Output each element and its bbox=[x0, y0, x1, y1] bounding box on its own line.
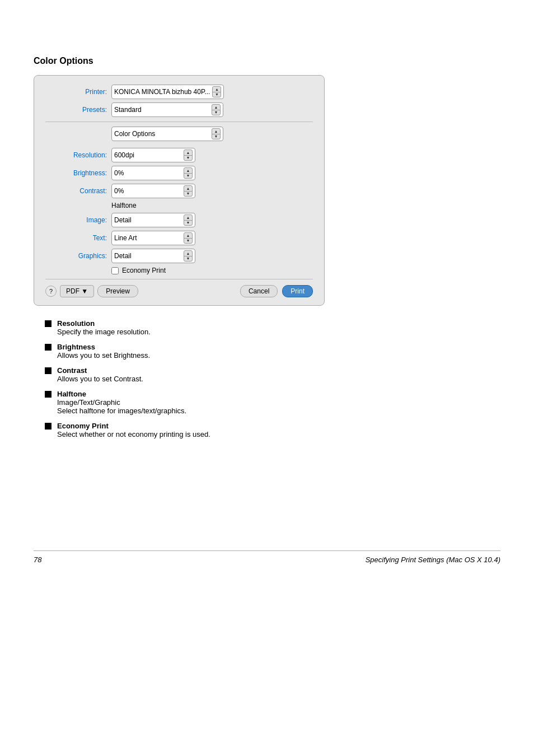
bullet-square-brightness bbox=[45, 344, 51, 351]
text-value: Line Art bbox=[114, 234, 181, 242]
bullet-square-resolution bbox=[45, 320, 51, 327]
resolution-value: 600dpi bbox=[114, 151, 181, 159]
bullet-title-halftone: Halftone bbox=[57, 390, 186, 398]
image-value: Detail bbox=[114, 216, 181, 224]
footer-page-num: 78 bbox=[34, 556, 41, 564]
bullet-square-contrast bbox=[45, 367, 51, 374]
printer-row: Printer: KONICA MINOLTA bizhub 40P... ▲ … bbox=[45, 85, 313, 99]
resolution-stepper-up[interactable]: ▲ bbox=[184, 150, 192, 156]
graphics-row: Graphics: Detail ▲ ▼ bbox=[57, 249, 313, 263]
panel-stepper-up[interactable]: ▲ bbox=[212, 129, 220, 134]
text-select[interactable]: Line Art ▲ ▼ bbox=[111, 231, 195, 245]
graphics-select[interactable]: Detail ▲ ▼ bbox=[111, 249, 195, 263]
brightness-row: Brightness: 0% ▲ ▼ bbox=[45, 166, 313, 180]
panel-value: Color Options bbox=[114, 130, 209, 138]
panel-stepper[interactable]: ▲ ▼ bbox=[212, 128, 221, 139]
contrast-value: 0% bbox=[114, 187, 181, 195]
bullet-square-economy bbox=[45, 423, 51, 430]
graphics-label: Graphics: bbox=[57, 252, 107, 260]
contrast-label: Contrast: bbox=[45, 187, 107, 195]
bullet-item-economy: Economy Print Select whether or not econ… bbox=[45, 422, 500, 438]
resolution-row: Resolution: 600dpi ▲ ▼ bbox=[45, 148, 313, 162]
economy-label: Economy Print bbox=[122, 267, 166, 274]
image-stepper[interactable]: ▲ ▼ bbox=[184, 214, 193, 226]
bullet-content-halftone: Halftone Image/Text/GraphicSelect halfto… bbox=[57, 390, 186, 415]
economy-checkbox[interactable] bbox=[111, 267, 119, 274]
contrast-stepper-up[interactable]: ▲ bbox=[184, 186, 192, 192]
contrast-stepper[interactable]: ▲ ▼ bbox=[184, 185, 193, 197]
image-label: Image: bbox=[57, 216, 107, 224]
bullet-desc-halftone: Image/Text/GraphicSelect halftone for im… bbox=[57, 398, 186, 415]
bullet-desc-resolution: Specify the image resolution. bbox=[57, 328, 151, 336]
economy-row[interactable]: Economy Print bbox=[111, 267, 313, 274]
contrast-stepper-down[interactable]: ▼ bbox=[184, 192, 192, 197]
brightness-stepper[interactable]: ▲ ▼ bbox=[184, 167, 193, 179]
brightness-label: Brightness: bbox=[45, 169, 107, 177]
preview-button[interactable]: Preview bbox=[97, 285, 138, 297]
presets-stepper-up[interactable]: ▲ bbox=[212, 105, 220, 110]
halftone-label: Halftone bbox=[111, 202, 313, 209]
panel-row: Color Options ▲ ▼ bbox=[45, 127, 313, 141]
image-stepper-up[interactable]: ▲ bbox=[184, 215, 192, 221]
bullet-desc-brightness: Allows you to set Brightness. bbox=[57, 351, 150, 360]
footer-title: Specifying Print Settings (Mac OS X 10.4… bbox=[366, 556, 500, 564]
text-stepper-down[interactable]: ▼ bbox=[184, 239, 192, 244]
printer-select[interactable]: KONICA MINOLTA bizhub 40P... ▲ ▼ bbox=[111, 85, 224, 99]
bullet-item-resolution: Resolution Specify the image resolution. bbox=[45, 319, 500, 336]
bullet-item-brightness: Brightness Allows you to set Brightness. bbox=[45, 343, 500, 360]
graphics-stepper-up[interactable]: ▲ bbox=[184, 251, 192, 256]
image-stepper-down[interactable]: ▼ bbox=[184, 221, 192, 226]
text-label: Text: bbox=[57, 234, 107, 242]
graphics-value: Detail bbox=[114, 252, 181, 260]
brightness-stepper-down[interactable]: ▼ bbox=[184, 174, 192, 179]
printer-stepper-down[interactable]: ▼ bbox=[213, 92, 221, 97]
printer-value: KONICA MINOLTA bizhub 40P... bbox=[114, 88, 210, 96]
graphics-stepper-down[interactable]: ▼ bbox=[184, 256, 192, 262]
print-button[interactable]: Print bbox=[282, 285, 313, 297]
panel-stepper-down[interactable]: ▼ bbox=[212, 134, 220, 139]
cancel-button[interactable]: Cancel bbox=[240, 285, 278, 297]
image-select[interactable]: Detail ▲ ▼ bbox=[111, 213, 195, 227]
presets-row: Presets: Standard ▲ ▼ bbox=[45, 102, 313, 117]
bullet-content-brightness: Brightness Allows you to set Brightness. bbox=[57, 343, 150, 360]
presets-stepper[interactable]: ▲ ▼ bbox=[212, 104, 221, 115]
text-stepper[interactable]: ▲ ▼ bbox=[184, 232, 193, 244]
pdf-button[interactable]: PDF ▼ bbox=[60, 285, 94, 297]
bullet-title-resolution: Resolution bbox=[57, 319, 151, 328]
contrast-row: Contrast: 0% ▲ ▼ bbox=[45, 184, 313, 198]
resolution-stepper-down[interactable]: ▼ bbox=[184, 156, 192, 161]
page-footer: 78 Specifying Print Settings (Mac OS X 1… bbox=[34, 550, 500, 564]
presets-value: Standard bbox=[114, 106, 209, 114]
resolution-label: Resolution: bbox=[45, 151, 107, 159]
print-dialog: Printer: KONICA MINOLTA bizhub 40P... ▲ … bbox=[34, 75, 325, 306]
printer-stepper-up[interactable]: ▲ bbox=[213, 87, 221, 92]
brightness-select[interactable]: 0% ▲ ▼ bbox=[111, 166, 195, 180]
text-row: Text: Line Art ▲ ▼ bbox=[57, 231, 313, 245]
text-stepper-up[interactable]: ▲ bbox=[184, 233, 192, 239]
printer-label: Printer: bbox=[45, 88, 107, 96]
bullet-desc-contrast: Allows you to set Contrast. bbox=[57, 375, 143, 383]
dialog-footer: ? PDF ▼ Preview Cancel Print bbox=[45, 279, 313, 297]
image-row: Image: Detail ▲ ▼ bbox=[57, 213, 313, 227]
bullet-content-contrast: Contrast Allows you to set Contrast. bbox=[57, 366, 143, 383]
bullet-list: Resolution Specify the image resolution.… bbox=[45, 319, 500, 438]
brightness-value: 0% bbox=[114, 169, 181, 177]
resolution-stepper[interactable]: ▲ ▼ bbox=[184, 150, 193, 161]
presets-select[interactable]: Standard ▲ ▼ bbox=[111, 102, 223, 117]
help-button[interactable]: ? bbox=[45, 286, 57, 297]
bullet-title-brightness: Brightness bbox=[57, 343, 150, 351]
contrast-select[interactable]: 0% ▲ ▼ bbox=[111, 184, 195, 198]
bullet-title-economy: Economy Print bbox=[57, 422, 210, 430]
printer-stepper[interactable]: ▲ ▼ bbox=[212, 86, 221, 97]
bullet-square-halftone bbox=[45, 391, 51, 398]
resolution-select[interactable]: 600dpi ▲ ▼ bbox=[111, 148, 195, 162]
presets-stepper-down[interactable]: ▼ bbox=[212, 110, 220, 115]
bullet-desc-economy: Select whether or not economy printing i… bbox=[57, 430, 210, 438]
bullet-content-resolution: Resolution Specify the image resolution. bbox=[57, 319, 151, 336]
graphics-stepper[interactable]: ▲ ▼ bbox=[184, 250, 193, 262]
bullet-title-contrast: Contrast bbox=[57, 366, 143, 375]
bullet-item-contrast: Contrast Allows you to set Contrast. bbox=[45, 366, 500, 383]
brightness-stepper-up[interactable]: ▲ bbox=[184, 168, 192, 174]
panel-select[interactable]: Color Options ▲ ▼ bbox=[111, 127, 223, 141]
bullet-content-economy: Economy Print Select whether or not econ… bbox=[57, 422, 210, 438]
